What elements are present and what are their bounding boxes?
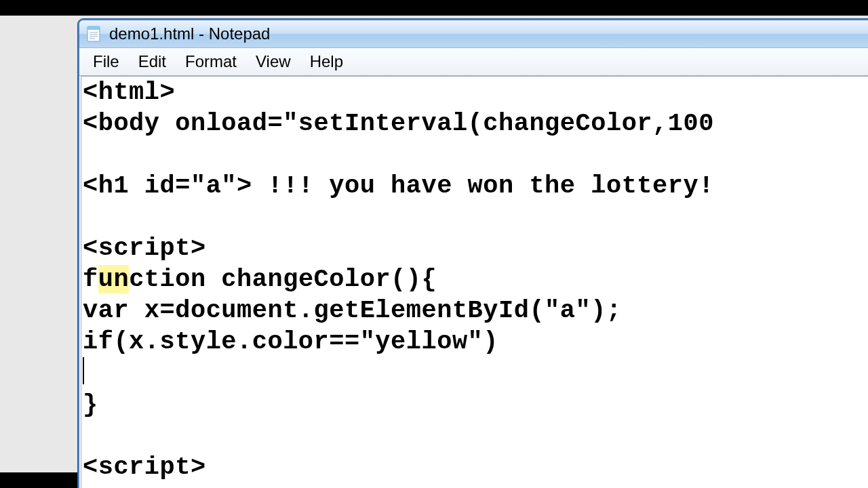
menu-help[interactable]: Help [300,49,353,74]
desktop-background: demo1.html - Notepad File Edit Format Vi… [0,16,868,472]
letterbox-top [0,0,868,16]
notepad-window: demo1.html - Notepad File Edit Format Vi… [78,19,868,488]
notepad-icon [85,25,102,43]
code-line: var x=document.getElementById("a"); [83,296,622,325]
window-title: demo1.html - Notepad [109,24,270,43]
svg-rect-1 [87,26,100,30]
code-line: } [83,390,98,419]
menu-edit[interactable]: Edit [129,49,176,74]
code-line: if(x.style.color=="yellow") [83,327,498,356]
menubar: File Edit Format View Help [79,48,868,76]
text-highlight: un [98,265,129,293]
code-line: <h1 id="a"> !!! you have won the lottery… [83,171,714,200]
menu-view[interactable]: View [246,49,300,74]
text-editor[interactable]: <html> <body onload="setInterval(changeC… [81,76,868,488]
text-cursor [83,357,84,384]
code-line: <html> [83,78,175,106]
menu-file[interactable]: File [83,49,129,74]
menu-format[interactable]: Format [176,49,246,74]
code-line: <script> [83,453,206,481]
code-line: f [83,265,98,293]
code-line: ction changeColor(){ [129,265,437,293]
titlebar[interactable]: demo1.html - Notepad [79,20,868,48]
code-line: <script> [83,234,206,262]
code-line: <body onload="setInterval(changeColor,10… [83,109,714,138]
